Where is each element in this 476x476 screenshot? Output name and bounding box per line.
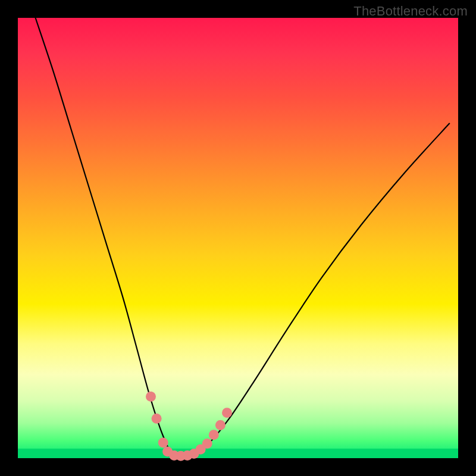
watermark-text: TheBottleneck.com xyxy=(353,4,468,19)
curve-marker xyxy=(209,430,219,440)
curve-markers xyxy=(146,392,232,461)
chart-frame: TheBottleneck.com xyxy=(0,0,476,476)
curve-marker xyxy=(222,408,232,418)
curve-marker xyxy=(215,420,226,430)
plot-area xyxy=(18,18,458,458)
curve-marker xyxy=(202,439,212,449)
curve-svg xyxy=(18,18,458,458)
curve-marker xyxy=(158,438,168,448)
curve-marker xyxy=(152,414,162,424)
curve-marker xyxy=(146,392,156,402)
bottleneck-curve xyxy=(36,18,450,458)
